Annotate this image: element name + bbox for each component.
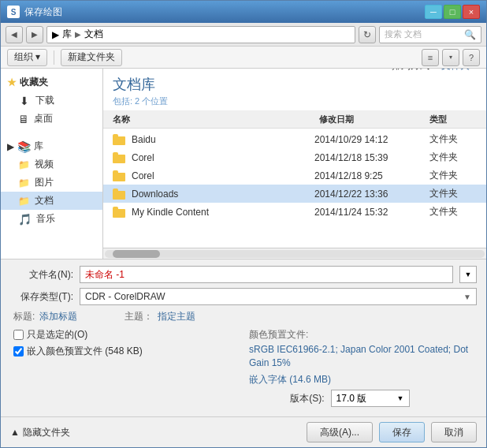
file-date: 2014/12/22 13:36 (314, 189, 425, 200)
video-icon: 📁 (18, 159, 30, 170)
lib-arrow-icon: ▶ (7, 141, 14, 152)
forward-button[interactable]: ▶ (26, 26, 43, 43)
col-type-header: 类型 (429, 114, 477, 125)
close-button[interactable]: × (463, 5, 480, 19)
sidebar-item-music-label: 音乐 (36, 212, 55, 226)
table-row[interactable]: Baidu 2014/10/29 14:12 文件夹 (103, 130, 486, 148)
scroll-thumb[interactable] (113, 250, 160, 258)
checkbox-selection-only: 只是选定的(O) (13, 328, 241, 342)
filename-label: 文件名(N): (10, 268, 73, 282)
filename-dropdown-button[interactable]: ▼ (459, 266, 477, 283)
file-list: Baidu 2014/10/29 14:12 文件夹 Corel 2014/12… (103, 129, 486, 248)
folder-icon (113, 207, 127, 218)
filename-input[interactable] (80, 266, 453, 283)
toolbar-right: ≡ ▾ ? (422, 49, 480, 66)
nav-path-library[interactable]: 库 (62, 28, 72, 41)
subject-value[interactable]: 指定主题 (158, 310, 195, 323)
sidebar-item-pictures[interactable]: 📁 图片 (1, 174, 102, 192)
hide-folder-toggle[interactable]: ▲ 隐藏文件夹 (10, 426, 70, 439)
libraries-header[interactable]: ▶ 📚 库 (1, 137, 102, 155)
view-dropdown-button[interactable]: ▾ (442, 49, 459, 66)
sort-value[interactable]: 文件夹 ▾ (441, 69, 477, 71)
sidebar-item-desktop-label: 桌面 (34, 112, 53, 125)
folder-icon (113, 189, 127, 200)
file-name: Corel (132, 152, 310, 163)
meta-row: 标题: 添加标题 主题： 指定主题 (10, 310, 477, 323)
sidebar-item-pictures-label: 图片 (35, 176, 54, 189)
tag-label: 标题: (13, 310, 35, 323)
sidebar-item-video[interactable]: 📁 视频 (1, 155, 102, 174)
table-row[interactable]: Corel 2014/12/18 9:25 文件夹 (103, 166, 486, 185)
sidebar-item-desktop[interactable]: 🖥 桌面 (1, 110, 102, 128)
sidebar-item-video-label: 视频 (35, 158, 54, 171)
filetype-select[interactable]: CDR - CorelDRAW ▼ (80, 288, 477, 305)
subject-group: 主题： 指定主题 (125, 310, 195, 323)
search-box[interactable]: 搜索 文档 🔍 (379, 26, 481, 43)
tag-value[interactable]: 添加标题 (39, 310, 77, 323)
refresh-button[interactable]: ↻ (359, 26, 376, 43)
organize-button[interactable]: 组织 ▾ (7, 49, 47, 66)
hide-arrow-icon: ▲ (10, 427, 20, 438)
libraries-folder-icon: 📚 (17, 140, 31, 153)
view-button[interactable]: ≡ (422, 49, 439, 66)
cancel-button[interactable]: 取消 (431, 422, 477, 442)
checkbox-selection-only-label: 只是选定的(O) (27, 328, 87, 342)
version-row: 版本(S): 17.0 版 ▼ (10, 390, 477, 407)
search-text: 搜索 文档 (385, 28, 422, 40)
checkbox-selection-only-input[interactable] (13, 330, 24, 340)
sidebar-item-documents[interactable]: 📁 文档 (1, 192, 102, 210)
filename-row: 文件名(N): ▼ (10, 266, 477, 283)
save-button[interactable]: 保存 (379, 422, 425, 442)
table-row[interactable]: Downloads 2014/12/22 13:36 文件夹 (103, 185, 486, 203)
main-panel: 文档库 包括: 2 个位置 排列方式： 文件夹 ▾ 名称 修改日期 类型 B (103, 69, 486, 259)
main-subtitle: 包括: 2 个位置 (113, 95, 168, 107)
music-icon: 🎵 (18, 213, 32, 226)
sidebar: ★ 收藏夹 ⬇ 下载 🖥 桌面 ▶ 📚 库 (1, 69, 103, 259)
desktop-icon: 🖥 (18, 113, 29, 125)
maximize-button[interactable]: □ (444, 5, 461, 19)
filetype-dropdown-arrow: ▼ (463, 293, 471, 301)
filetype-label: 保存类型(T): (10, 290, 73, 304)
color-profile-label: 颜色预置文件: (249, 329, 308, 340)
main-header: 文档库 包括: 2 个位置 排列方式： 文件夹 ▾ (103, 69, 486, 111)
download-icon: ⬇ (18, 96, 31, 106)
table-row[interactable]: My Kindle Content 2014/11/24 15:32 文件夹 (103, 203, 486, 221)
nav-bar: ◀ ▶ ▶ 库 ▶ 文档 ↻ 搜索 文档 🔍 (1, 23, 486, 47)
checkbox-embed-profile-input[interactable] (13, 346, 24, 357)
folder-icon (113, 134, 127, 145)
sidebar-item-downloads[interactable]: ⬇ 下载 (1, 91, 102, 110)
file-name: My Kindle Content (132, 207, 310, 218)
sidebar-item-documents-label: 文档 (35, 194, 54, 207)
version-value: 17.0 版 (336, 392, 367, 405)
folder-icon (113, 170, 127, 181)
embed-font-value: 嵌入字体 (14.6 MB) (249, 373, 477, 386)
new-folder-button[interactable]: 新建文件夹 (61, 49, 122, 66)
back-button[interactable]: ◀ (6, 26, 23, 43)
table-row[interactable]: Corel 2014/12/18 15:39 文件夹 (103, 148, 486, 166)
col-date-header: 修改日期 (319, 114, 429, 125)
minimize-button[interactable]: ─ (425, 5, 442, 19)
help-button[interactable]: ? (463, 49, 480, 66)
bottom-form: 文件名(N): ▼ 保存类型(T): CDR - CorelDRAW ▼ 标题:… (1, 259, 486, 416)
sidebar-item-music[interactable]: 🎵 音乐 (1, 210, 102, 228)
options-left: 只是选定的(O) 嵌入颜色预置文件 (548 KB) (13, 328, 241, 386)
favorites-section: ★ 收藏夹 ⬇ 下载 🖥 桌面 (1, 73, 102, 128)
content-area: ★ 收藏夹 ⬇ 下载 🖥 桌面 ▶ 📚 库 (1, 69, 486, 259)
options-right: 颜色预置文件: sRGB IEC61966-2.1; Japan Color 2… (249, 328, 477, 386)
advanced-button[interactable]: 高级(A)... (307, 422, 373, 442)
main-title: 文档库 (113, 75, 168, 94)
sidebar-item-download-label: 下载 (35, 94, 54, 107)
version-select[interactable]: 17.0 版 ▼ (331, 390, 410, 407)
nav-path[interactable]: ▶ 库 ▶ 文档 (46, 26, 355, 43)
horizontal-scrollbar[interactable] (103, 248, 486, 259)
favorites-header[interactable]: ★ 收藏夹 (1, 73, 102, 91)
scroll-track[interactable] (105, 250, 485, 258)
nav-path-folder[interactable]: 文档 (84, 28, 103, 41)
tag-group: 标题: 添加标题 (13, 310, 77, 323)
title-bar-text: 保存绘图 (24, 6, 425, 19)
action-buttons: 高级(A)... 保存 取消 (307, 422, 477, 442)
toolbar-separator (54, 50, 54, 65)
file-type: 文件夹 (429, 205, 477, 218)
file-date: 2014/10/29 14:12 (314, 134, 425, 145)
sort-label: 排列方式： (392, 69, 439, 71)
